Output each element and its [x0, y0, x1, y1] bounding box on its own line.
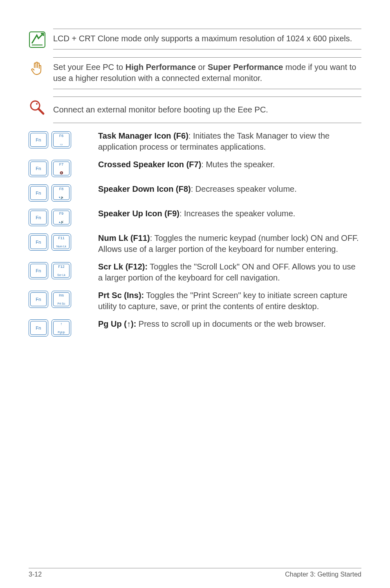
note-text: Connect an external monitor before booti… [53, 97, 361, 123]
t: Task Manager Icon (F6) [98, 131, 188, 140]
t: : Decreases speaker volume. [191, 184, 297, 193]
k: Prt Sc [57, 302, 65, 305]
f6-key-icon: F6▭ [52, 131, 71, 148]
k: F12 [58, 265, 65, 269]
k: Fn [36, 138, 41, 142]
f12-key-icon: F12Scr Lk [52, 262, 71, 279]
fn-row-f7: Fn F7🔇 Crossed Speaker Icon (F7): Mutes … [29, 159, 361, 177]
desc: Pg Up (↑): Press to scroll up in documen… [98, 319, 361, 330]
t: High Performance [126, 63, 196, 72]
t: Crossed Speaker Icon (F7) [98, 160, 201, 169]
key-combo: Fn F12Scr Lk [29, 261, 98, 279]
t: Prt Sc (Ins): [98, 291, 144, 300]
k: F8 [59, 187, 64, 191]
f9-key-icon: F9▴🔊 [52, 209, 71, 226]
k: ↑ [61, 322, 63, 326]
key-combo: Fn F6▭ [29, 130, 98, 148]
t: : Increases the speaker volume. [179, 209, 295, 218]
svg-point-3 [36, 103, 38, 105]
fn-row-f8: Fn F8▾🔉 Speaker Down Icon (F8): Decrease… [29, 184, 361, 202]
key-combo: Fn F8▾🔉 [29, 184, 98, 202]
chapter-title: Chapter 3: Getting Started [285, 571, 361, 578]
key-combo: Fn InsPrt Sc [29, 290, 98, 308]
magnifier-icon [29, 97, 53, 118]
svg-line-4 [38, 109, 43, 114]
key-combo: Fn ↑PgUp [29, 319, 98, 337]
desc: Prt Sc (Ins): Toggles the "Print Screen"… [98, 290, 361, 312]
speaker-mute-icon: 🔇 [60, 171, 63, 174]
k: Fn [36, 166, 41, 171]
t: Num Lk (F11) [98, 233, 150, 242]
key-combo: Fn F9▴🔊 [29, 208, 98, 226]
t: Super Performance [208, 63, 283, 72]
task-manager-icon: ▭ [60, 143, 63, 146]
t: Set your Eee PC to [53, 63, 126, 72]
desc: Num Lk (F11): Toggles the numeric keypad… [98, 233, 361, 255]
fn-row-f9: Fn F9▴🔊 Speaker Up Icon (F9): Increases … [29, 208, 361, 226]
k: Fn [36, 215, 41, 220]
fn-key-icon: Fn [29, 209, 48, 226]
note-text: Set your Eee PC to High Performance or S… [53, 57, 361, 89]
k: Fn [36, 191, 41, 195]
desc: Task Manager Icon (F6): Initiates the Ta… [98, 130, 361, 153]
note-lcd: LCD + CRT Clone mode only supports a max… [29, 29, 361, 50]
t: Scr Lk (F12): [98, 262, 148, 271]
desc: Speaker Up Icon (F9): Increases the spea… [98, 208, 361, 219]
pgup-key-icon: ↑PgUp [52, 319, 71, 337]
fn-key-icon: Fn [29, 262, 48, 279]
f8-key-icon: F8▾🔉 [52, 184, 71, 202]
t: : Mutes the speaker. [201, 160, 275, 169]
k: Fn [36, 297, 41, 302]
f11-key-icon: F11Num Lk [52, 233, 71, 251]
t: or [196, 63, 208, 72]
k: Scr Lk [57, 274, 65, 276]
t: Pg Up (↑): [98, 319, 136, 328]
k: Num Lk [56, 245, 66, 248]
k: F11 [58, 236, 65, 240]
speaker-down-icon: ▾🔉 [59, 196, 64, 199]
ins-key-icon: InsPrt Sc [52, 291, 71, 308]
speaker-up-icon: ▴🔊 [59, 220, 64, 223]
desc: Crossed Speaker Icon (F7): Mutes the spe… [98, 159, 361, 170]
k: F7 [59, 163, 64, 166]
fn-row-ins: Fn InsPrt Sc Prt Sc (Ins): Toggles the "… [29, 290, 361, 312]
key-combo: Fn F11Num Lk [29, 233, 98, 251]
desc: Speaker Down Icon (F8): Decreases speake… [98, 184, 361, 195]
fn-key-icon: Fn [29, 184, 48, 202]
k: F6 [59, 134, 64, 138]
fn-key-icon: Fn [29, 291, 48, 308]
key-combo: Fn F7🔇 [29, 159, 98, 177]
k: F9 [59, 212, 64, 215]
note-icon [29, 29, 53, 50]
k: Fn [36, 326, 41, 330]
k: Ins [59, 294, 64, 297]
page-number: 3-12 [29, 571, 42, 578]
fn-row-f6: Fn F6▭ Task Manager Icon (F6): Initiates… [29, 130, 361, 153]
note-external-monitor: Connect an external monitor before booti… [29, 97, 361, 123]
fn-row-pgup: Fn ↑PgUp Pg Up (↑): Press to scroll up i… [29, 319, 361, 337]
fn-key-icon: Fn [29, 131, 48, 148]
note-text: LCD + CRT Clone mode only supports a max… [53, 29, 361, 49]
fn-row-f12: Fn F12Scr Lk Scr Lk (F12): Toggles the "… [29, 261, 361, 283]
note-performance: Set your Eee PC to High Performance or S… [29, 57, 361, 89]
desc: Scr Lk (F12): Toggles the "Scroll Lock" … [98, 261, 361, 283]
k: Fn [36, 240, 41, 245]
page-footer: 3-12 Chapter 3: Getting Started [29, 568, 361, 578]
fn-key-icon: Fn [29, 160, 48, 177]
t: Press to scroll up in documents or the w… [136, 319, 326, 328]
t: Speaker Down Icon (F8) [98, 184, 191, 193]
f7-key-icon: F7🔇 [52, 160, 71, 177]
fn-key-icon: Fn [29, 233, 48, 251]
k: PgUp [58, 331, 65, 334]
fn-row-f11: Fn F11Num Lk Num Lk (F11): Toggles the n… [29, 233, 361, 255]
fn-key-icon: Fn [29, 319, 48, 337]
k: Fn [36, 269, 41, 273]
hand-icon [29, 57, 53, 79]
t: Speaker Up Icon (F9) [98, 209, 179, 218]
